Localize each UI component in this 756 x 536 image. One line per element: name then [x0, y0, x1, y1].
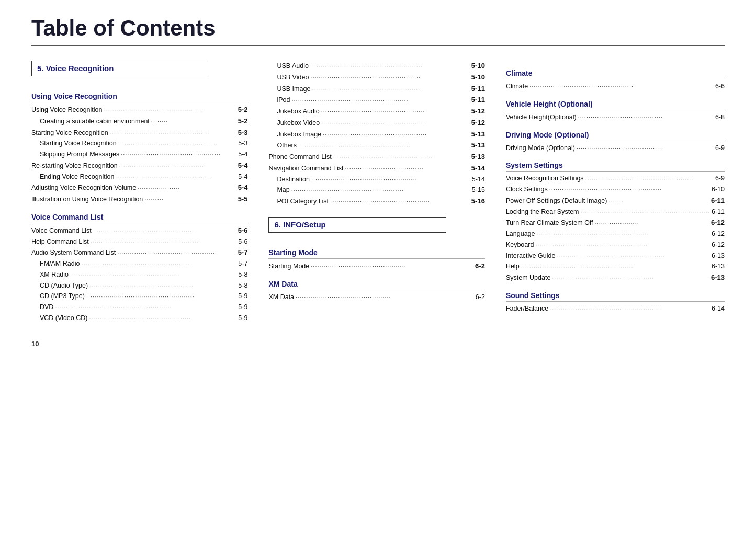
col1: 5. Voice Recognition Using Voice Recogni… [31, 61, 247, 324]
toc-entry: Interactive Guide ······················… [506, 251, 725, 261]
toc-entry: Others ·································… [268, 140, 484, 151]
toc-entry: Jukebox Video ··························… [268, 118, 484, 128]
toc-entry: Skipping Prompt Messages ···············… [31, 150, 247, 159]
toc-entry: Adjusting Voice Recognition Volume ·····… [31, 183, 247, 193]
toc-entry: Help ···································… [506, 261, 725, 271]
toc-entry: Illustration on Using Voice Recognition … [31, 194, 247, 204]
subsection-heading-vehicle-height: Vehicle Height (Optional) [506, 100, 725, 110]
col3: Climate Climate ························… [506, 61, 725, 324]
section-title-col2: 6. INFO/Setup [274, 220, 325, 229]
toc-entry: Driving Mode (Optional) ················… [506, 143, 725, 153]
toc-entry: Starting Voice Recognition ·············… [31, 128, 247, 138]
toc-entry: Audio System Command List ··············… [31, 247, 247, 258]
toc-entry: Navigation Command List ················… [268, 163, 484, 174]
section-box-col2: 6. INFO/Setup [268, 217, 446, 233]
toc-entry: iPod ···································… [268, 95, 484, 105]
toc-entry: Turn Rear Climate System Off ···········… [506, 218, 725, 228]
toc-entry: Creating a suitable cabin environment ··… [31, 116, 247, 127]
title-divider [31, 45, 725, 46]
page-title: Table of Contents [31, 16, 725, 41]
subsection-heading-using-vr: Using Voice Recognition [31, 92, 247, 102]
toc-entry: Fader/Balance ··························… [506, 304, 725, 314]
section-title-col1: 5. Voice Recognition [37, 64, 114, 73]
toc-entry: Phone Command List ·····················… [268, 152, 484, 162]
toc-entry: DVD ····································… [31, 302, 247, 312]
toc-entry: XM Radio ·······························… [31, 270, 247, 280]
toc-layout: 5. Voice Recognition Using Voice Recogni… [31, 61, 725, 324]
toc-entry: XM Data ································… [268, 292, 484, 302]
subsection-heading-climate: Climate [506, 69, 725, 79]
col2: USB Audio ······························… [268, 61, 484, 324]
toc-entry: Voice Command List ·····················… [31, 225, 247, 236]
toc-entry: CD (MP3 Type) ··························… [31, 291, 247, 301]
subsection-heading-xm-data: XM Data [268, 280, 484, 290]
toc-entry: POI Category List ······················… [268, 196, 484, 207]
toc-entry: Map ····································… [268, 185, 484, 195]
toc-entry: Climate ································… [506, 82, 725, 92]
toc-entry: USB Audio ······························… [268, 61, 484, 71]
toc-entry: Starting Mode ··························… [268, 261, 484, 271]
subsection-heading-vcl: Voice Command List [31, 213, 247, 223]
toc-entry: Starting Voice Recognition ·············… [31, 139, 247, 149]
toc-entry: Language ·······························… [506, 229, 725, 239]
toc-entry: Keyboard ·······························… [506, 240, 725, 250]
section-box-col1: 5. Voice Recognition [31, 61, 209, 76]
toc-entry: Destination ····························… [268, 175, 484, 185]
toc-entry: VCD (Video CD) ·························… [31, 313, 247, 323]
toc-entry: CD (Audio Type) ························… [31, 281, 247, 291]
subsection-heading-sound-settings: Sound Settings [506, 291, 725, 302]
toc-entry: Power Off Settings (Default Image) ·····… [506, 196, 725, 206]
page-number: 10 [31, 340, 725, 348]
toc-entry: Re-starting Voice Recognition ··········… [31, 161, 247, 171]
toc-entry: USB Image ······························… [268, 84, 484, 94]
toc-entry: Locking the Rear System ················… [506, 207, 725, 217]
toc-entry: Jukebox Audio ··························… [268, 106, 484, 117]
toc-entry: Ending Voice Recognition ···············… [31, 172, 247, 182]
subsection-heading-driving-mode: Driving Mode (Optional) [506, 131, 725, 141]
toc-entry: Jukebox Image ··························… [268, 129, 484, 140]
toc-entry: FM/AM Radio ····························… [31, 259, 247, 269]
toc-entry: Voice Recognition Settings ·············… [506, 174, 725, 184]
toc-entry: System Update ··························… [506, 272, 725, 283]
toc-entry: Clock Settings ·························… [506, 185, 725, 195]
toc-entry: Vehicle Height(Optional) ···············… [506, 112, 725, 122]
toc-entry: USB Video ······························… [268, 72, 484, 83]
toc-entry: Using Voice Recognition ················… [31, 105, 247, 115]
subsection-heading-starting-mode: Starting Mode [268, 248, 484, 259]
subsection-heading-system-settings: System Settings [506, 161, 725, 172]
toc-entry: Help Command List ······················… [31, 237, 247, 247]
